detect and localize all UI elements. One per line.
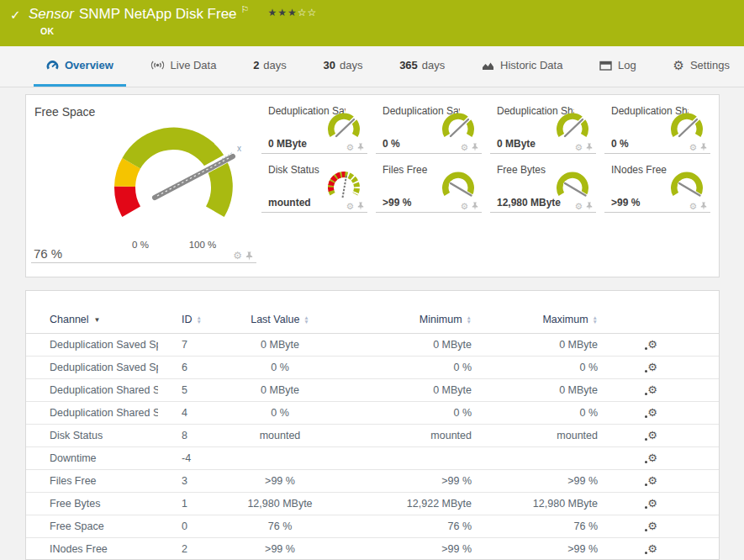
status-badge: OK bbox=[40, 26, 55, 36]
cell-settings: ⚙ bbox=[608, 492, 719, 515]
tab-settings[interactable]: ⚙ Settings bbox=[661, 46, 742, 87]
tile-gear-icon[interactable]: ⚙ bbox=[461, 202, 468, 211]
tab-30-days[interactable]: 30 days bbox=[311, 46, 376, 87]
tile-gear-icon[interactable]: ⚙ bbox=[689, 202, 697, 211]
cell-channel: INodes Free bbox=[26, 537, 158, 560]
cell-minimum: >99 % bbox=[330, 469, 482, 492]
channel-settings-icon[interactable]: ⚙ bbox=[647, 383, 657, 396]
log-window-icon bbox=[599, 61, 612, 71]
tile-value: 0 MByte bbox=[497, 138, 536, 150]
tile-pin-icon[interactable] bbox=[472, 202, 478, 210]
channel-gauge-tile[interactable]: Deduplication Saved S... 0 % ⚙ bbox=[376, 102, 482, 154]
tile-gear-icon[interactable]: ⚙ bbox=[689, 143, 697, 152]
cell-maximum: mounted bbox=[482, 424, 608, 446]
star-icon: ☆ bbox=[308, 7, 318, 18]
cell-id: 7 bbox=[158, 333, 213, 356]
table-row[interactable]: Disk Status 8 mounted mounted mounted ⚙ bbox=[26, 424, 719, 446]
tile-gear-icon[interactable]: ⚙ bbox=[346, 143, 354, 152]
cell-channel: Deduplication Shared S... bbox=[26, 378, 158, 401]
tile-pin-icon[interactable] bbox=[700, 143, 707, 151]
tile-pin-icon[interactable] bbox=[586, 202, 593, 210]
tab-live-data[interactable]: Live Data bbox=[138, 46, 230, 87]
cell-maximum: 0 MByte bbox=[482, 333, 608, 356]
channel-settings-icon[interactable]: ⚙ bbox=[647, 429, 657, 441]
tile-pin-icon[interactable] bbox=[245, 251, 253, 261]
rating-stars[interactable]: ★★★☆☆ bbox=[267, 7, 317, 18]
channel-settings-icon[interactable]: ⚙ bbox=[647, 452, 657, 464]
star-icon: ★ bbox=[288, 7, 298, 18]
channel-gauge-tile[interactable]: Free Bytes 12,980 MByte ⚙ bbox=[490, 161, 596, 213]
primary-gauge-tile[interactable]: Free Space x 0 % 100 % 76 % ⚙ bbox=[26, 95, 261, 263]
channel-settings-icon[interactable]: ⚙ bbox=[647, 520, 657, 532]
channel-table-body: Deduplication Saved Sp... 7 0 MByte 0 MB… bbox=[26, 333, 719, 560]
table-row[interactable]: Deduplication Shared S... 4 0 % 0 % 0 % … bbox=[26, 401, 719, 424]
channel-gauge-tile[interactable]: Deduplication Shared ... 0 % ⚙ bbox=[604, 102, 710, 154]
flag-icon[interactable]: ⚐ bbox=[241, 4, 250, 15]
primary-gauge-value: 76 % bbox=[34, 246, 62, 261]
channel-gauge-tile[interactable]: Disk Status mounted ⚙ bbox=[261, 161, 367, 213]
broadcast-icon bbox=[150, 60, 165, 71]
tab-historic-data[interactable]: Historic Data bbox=[469, 46, 575, 87]
tab-2-days[interactable]: 2 days bbox=[240, 46, 299, 87]
table-row[interactable]: Free Bytes 1 12,980 MByte 12,922 MByte 1… bbox=[26, 492, 719, 515]
cell-last-value: 12,980 MByte bbox=[213, 492, 330, 515]
channel-gauge-tile[interactable]: Deduplication Shared ... 0 MByte ⚙ bbox=[490, 102, 596, 154]
gauge-max-label: 100 % bbox=[182, 240, 224, 250]
col-header-maximum[interactable]: Maximum▲▼ bbox=[482, 306, 608, 333]
cell-minimum: 0 % bbox=[330, 356, 482, 378]
tab-overview[interactable]: Overview bbox=[34, 46, 126, 87]
tile-gear-icon[interactable]: ⚙ bbox=[346, 202, 354, 211]
cell-channel: Free Space bbox=[26, 515, 158, 537]
table-row[interactable]: Free Space 0 76 % 76 % 76 % ⚙ bbox=[26, 515, 719, 537]
table-row[interactable]: Downtime -4 ⚙ bbox=[26, 446, 719, 469]
cell-settings: ⚙ bbox=[608, 424, 719, 446]
mini-gauge bbox=[439, 113, 478, 146]
col-header-minimum[interactable]: Minimum▲▼ bbox=[330, 306, 482, 333]
cell-minimum: 76 % bbox=[330, 515, 482, 537]
channel-gauge-tile[interactable]: INodes Free >99 % ⚙ bbox=[604, 161, 710, 213]
tile-gear-icon[interactable]: ⚙ bbox=[233, 251, 242, 261]
channel-settings-icon[interactable]: ⚙ bbox=[647, 338, 657, 351]
table-row[interactable]: Deduplication Saved Sp... 6 0 % 0 % 0 % … bbox=[26, 356, 719, 378]
channel-settings-icon[interactable]: ⚙ bbox=[647, 474, 657, 487]
tile-value: 0 % bbox=[383, 138, 400, 150]
tab-bar: Overview Live Data 2 days 30 days 365 da… bbox=[0, 46, 744, 87]
disk-status-gauge bbox=[325, 172, 363, 205]
channel-gauge-tile[interactable]: Files Free >99 % ⚙ bbox=[376, 161, 482, 213]
mini-gauge bbox=[667, 172, 706, 205]
cell-channel: Free Bytes bbox=[26, 492, 158, 515]
cell-settings: ⚙ bbox=[608, 401, 719, 424]
tile-gear-icon[interactable]: ⚙ bbox=[575, 143, 583, 152]
channel-settings-icon[interactable]: ⚙ bbox=[647, 542, 657, 555]
tile-pin-icon[interactable] bbox=[586, 143, 593, 151]
cell-channel: Deduplication Saved Sp... bbox=[26, 356, 158, 378]
channel-settings-icon[interactable]: ⚙ bbox=[647, 361, 657, 373]
col-header-last-value[interactable]: Last Value▲▼ bbox=[213, 306, 330, 333]
tab-historic-label: Historic Data bbox=[500, 59, 562, 71]
tile-pin-icon[interactable] bbox=[357, 143, 364, 151]
tile-pin-icon[interactable] bbox=[357, 202, 364, 210]
tile-pin-icon[interactable] bbox=[472, 143, 478, 151]
col-header-channel[interactable]: Channel▼ bbox=[26, 306, 158, 333]
channel-settings-icon[interactable]: ⚙ bbox=[647, 406, 657, 419]
table-row[interactable]: INodes Free 2 >99 % >99 % >99 % ⚙ bbox=[26, 537, 719, 560]
channel-gauge-tile[interactable]: Deduplication Saved S... 0 MByte ⚙ bbox=[261, 102, 367, 154]
cell-id: 6 bbox=[158, 356, 213, 378]
sort-toggle-icon: ▲▼ bbox=[303, 315, 309, 324]
table-row[interactable]: Deduplication Saved Sp... 7 0 MByte 0 MB… bbox=[26, 333, 719, 356]
cell-last-value bbox=[213, 446, 330, 469]
cell-channel: Deduplication Saved Sp... bbox=[26, 333, 158, 356]
tab-365-days[interactable]: 365 days bbox=[387, 46, 457, 87]
tile-pin-icon[interactable] bbox=[700, 202, 707, 210]
cell-last-value: 0 MByte bbox=[213, 333, 330, 356]
tab-log[interactable]: Log bbox=[587, 46, 649, 87]
gauge-icon bbox=[46, 61, 59, 71]
cell-maximum: 0 % bbox=[482, 356, 608, 378]
table-row[interactable]: Files Free 3 >99 % >99 % >99 % ⚙ bbox=[26, 469, 719, 492]
cell-settings: ⚙ bbox=[608, 515, 719, 537]
table-row[interactable]: Deduplication Shared S... 5 0 MByte 0 MB… bbox=[26, 378, 719, 401]
col-header-id[interactable]: ID▲▼ bbox=[158, 306, 213, 333]
channel-settings-icon[interactable]: ⚙ bbox=[647, 497, 657, 510]
tile-gear-icon[interactable]: ⚙ bbox=[575, 202, 583, 211]
tile-gear-icon[interactable]: ⚙ bbox=[461, 143, 468, 152]
